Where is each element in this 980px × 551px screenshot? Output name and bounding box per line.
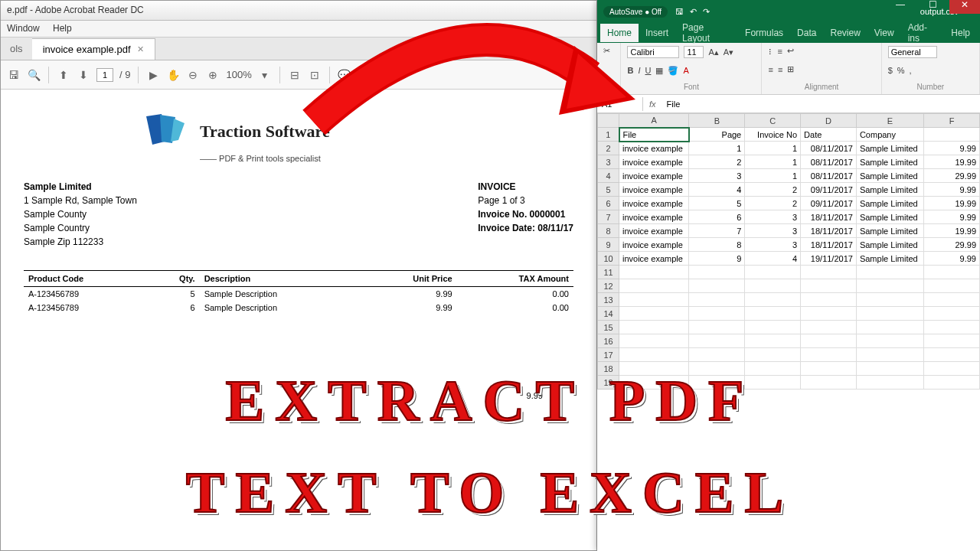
row-header[interactable]: 4: [598, 169, 619, 183]
menu-help[interactable]: Help: [53, 23, 72, 34]
cell[interactable]: [856, 293, 923, 307]
cell[interactable]: invoice example: [619, 238, 689, 252]
row-header[interactable]: 2: [598, 142, 619, 155]
cell[interactable]: invoice example: [619, 224, 689, 238]
cell[interactable]: Sample Limited: [856, 197, 923, 210]
cell[interactable]: 18/11/2017: [801, 224, 857, 238]
fill-color-icon[interactable]: 🪣: [668, 66, 678, 76]
cell[interactable]: 19/11/2017: [801, 252, 857, 266]
comment-icon[interactable]: 💬: [338, 68, 351, 82]
cell[interactable]: [745, 293, 801, 307]
zoom-level[interactable]: 100%: [226, 69, 251, 80]
number-format-input[interactable]: [888, 46, 937, 58]
fit-width-icon[interactable]: ⊟: [288, 68, 302, 82]
cell[interactable]: 4: [745, 252, 801, 266]
cell[interactable]: 8: [689, 238, 745, 252]
cell[interactable]: [619, 293, 689, 307]
close-tab-icon[interactable]: ✕: [137, 44, 144, 54]
cell[interactable]: Sample Limited: [856, 238, 923, 252]
zoom-in-icon[interactable]: ⊕: [206, 68, 220, 82]
row-header[interactable]: 19: [598, 376, 619, 390]
cell[interactable]: [924, 362, 980, 376]
cell[interactable]: [689, 362, 745, 376]
cell[interactable]: Sample Limited: [856, 224, 923, 238]
cell[interactable]: Sample Limited: [856, 252, 923, 266]
cell[interactable]: [745, 334, 801, 348]
page-input[interactable]: [96, 68, 113, 82]
cell[interactable]: [856, 266, 923, 279]
cell[interactable]: [745, 266, 801, 279]
cell[interactable]: 2: [689, 155, 745, 169]
row-header[interactable]: 5: [598, 183, 619, 197]
cell[interactable]: [745, 362, 801, 376]
cell[interactable]: [924, 307, 980, 321]
cell[interactable]: 3: [745, 224, 801, 238]
cell[interactable]: [745, 376, 801, 390]
align-middle-icon[interactable]: ≡: [777, 47, 782, 56]
cell[interactable]: [689, 348, 745, 362]
cell[interactable]: invoice example: [619, 252, 689, 266]
fit-page-icon[interactable]: ⊡: [308, 68, 322, 82]
cell[interactable]: 3: [689, 169, 745, 183]
cut-icon[interactable]: ✂: [603, 46, 610, 56]
ribbon-tab-insert[interactable]: Insert: [639, 24, 675, 42]
cell[interactable]: 08/11/2017: [801, 142, 857, 155]
ribbon-tab-review[interactable]: Review: [823, 24, 867, 42]
tab-document[interactable]: invoice example.pdf ✕: [32, 38, 155, 60]
align-center-icon[interactable]: ≡: [778, 65, 782, 74]
cell[interactable]: 2: [745, 197, 801, 210]
hand-icon[interactable]: ✋: [166, 68, 180, 82]
font-color-icon[interactable]: A: [683, 66, 688, 75]
cell[interactable]: 9.99: [924, 210, 980, 224]
cell[interactable]: [924, 128, 980, 142]
cell[interactable]: [619, 362, 689, 376]
cell[interactable]: Page: [689, 128, 745, 142]
cell[interactable]: [924, 293, 980, 307]
cell[interactable]: [924, 334, 980, 348]
row-header[interactable]: 15: [598, 321, 619, 334]
zoom-out-icon[interactable]: ⊖: [186, 68, 200, 82]
row-header[interactable]: 6: [598, 197, 619, 210]
cell[interactable]: 19.99: [924, 197, 980, 210]
cell[interactable]: 29.99: [924, 238, 980, 252]
formula-input[interactable]: File: [662, 97, 980, 111]
col-header-D[interactable]: D: [801, 114, 857, 128]
align-left-icon[interactable]: ≡: [768, 65, 773, 74]
cell[interactable]: [856, 334, 923, 348]
cell[interactable]: 6: [689, 210, 745, 224]
cell[interactable]: invoice example: [619, 169, 689, 183]
corner-cell[interactable]: [598, 114, 619, 128]
undo-icon[interactable]: ↶: [690, 7, 697, 17]
cell[interactable]: 3: [745, 210, 801, 224]
cell[interactable]: Invoice No: [745, 128, 801, 142]
cell[interactable]: Company: [856, 128, 923, 142]
cell[interactable]: 19.99: [924, 224, 980, 238]
cell[interactable]: 09/11/2017: [801, 197, 857, 210]
row-header[interactable]: 7: [598, 210, 619, 224]
cell[interactable]: [856, 376, 923, 390]
ribbon-tab-home[interactable]: Home: [600, 24, 639, 42]
underline-icon[interactable]: U: [645, 66, 651, 75]
cell[interactable]: invoice example: [619, 155, 689, 169]
cell[interactable]: 09/11/2017: [801, 183, 857, 197]
cell[interactable]: [689, 376, 745, 390]
row-header[interactable]: 9: [598, 238, 619, 252]
merge-icon[interactable]: ⊞: [787, 64, 794, 74]
search-icon[interactable]: 🔍: [27, 68, 41, 82]
row-header[interactable]: 13: [598, 293, 619, 307]
close-icon[interactable]: ✕: [949, 0, 980, 14]
cell[interactable]: [856, 307, 923, 321]
cell[interactable]: Sample Limited: [856, 210, 923, 224]
cell[interactable]: 1: [745, 155, 801, 169]
cell[interactable]: [801, 307, 857, 321]
row-header[interactable]: 3: [598, 155, 619, 169]
cell[interactable]: 08/11/2017: [801, 169, 857, 183]
cell[interactable]: Sample Limited: [856, 142, 923, 155]
cell[interactable]: [619, 334, 689, 348]
sign-icon[interactable]: ✎: [358, 68, 371, 82]
cell[interactable]: [856, 321, 923, 334]
cell[interactable]: 5: [689, 197, 745, 210]
cell[interactable]: Sample Limited: [856, 169, 923, 183]
ribbon-tab-formulas[interactable]: Formulas: [738, 24, 790, 42]
cell[interactable]: [745, 307, 801, 321]
